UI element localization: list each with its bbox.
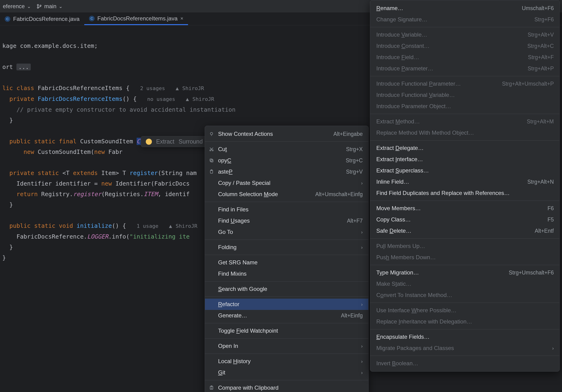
- menu-item: Introduce Field…Strg+Alt+F: [370, 52, 559, 63]
- usages-hint[interactable]: 1 usage: [137, 223, 158, 229]
- branch-dropdown[interactable]: main ⌄: [37, 3, 63, 10]
- menu-item[interactable]: CutStrg+X: [205, 144, 368, 155]
- menu-item[interactable]: Find Field Duplicates and Replace with R…: [370, 187, 559, 199]
- editor-tab[interactable]: CFabricDocsReference.java: [0, 13, 84, 25]
- menu-separator: [205, 323, 368, 323]
- context-menu: Show Context ActionsAlt+EingabeCutStrg+X…: [205, 126, 369, 392]
- menu-item[interactable]: Move Members…F6: [370, 203, 559, 214]
- author-hint[interactable]: ShiroJR: [176, 223, 198, 229]
- editor-tab[interactable]: CFabricDocsReferenceItems.java×: [84, 13, 188, 25]
- menu-item[interactable]: Inline Field…Strg+Alt+N: [370, 176, 559, 187]
- menu-item-label: Type Migration…: [376, 268, 505, 277]
- author-hint[interactable]: ShiroJR: [192, 96, 214, 102]
- menu-shortcut: Strg+Alt+M: [527, 117, 554, 126]
- menu-item[interactable]: Find Mixins: [205, 268, 368, 280]
- menu-item-label: Introduce Functional Variable…: [376, 91, 554, 99]
- menu-item-label: Cut: [218, 145, 343, 153]
- menu-item-label: Get SRG Name: [218, 258, 363, 267]
- menu-item[interactable]: Encapsulate Fields…: [370, 331, 559, 343]
- chevron-right-icon: ›: [361, 357, 363, 366]
- menu-item: Extract Method…Strg+Alt+M: [370, 116, 559, 127]
- menu-item[interactable]: Type Migration…Strg+Umschalt+F6: [370, 267, 559, 278]
- chevron-right-icon: ›: [361, 243, 363, 251]
- usages-hint[interactable]: 2 usages: [140, 85, 165, 91]
- menu-item-label: Convert To Instance Method…: [376, 291, 554, 299]
- menu-item[interactable]: Extract Delegate…: [370, 142, 559, 154]
- menu-item[interactable]: Refactor›: [205, 299, 368, 310]
- menu-item[interactable]: Open In›: [205, 340, 368, 352]
- menu-item-label: Encapsulate Fields…: [376, 333, 554, 341]
- refactor-submenu: Rename…Umschalt+F6Change Signature…Strg+…: [370, 0, 560, 372]
- menu-item[interactable]: Toggle Field Watchpoint: [205, 325, 368, 336]
- close-icon[interactable]: ×: [180, 15, 183, 22]
- menu-item[interactable]: Show Context ActionsAlt+Eingabe: [205, 128, 368, 140]
- java-class-icon: C: [5, 16, 10, 22]
- menu-item-label: Change Signature…: [376, 15, 531, 24]
- menu-item: Replace Inheritance with Delegation…: [370, 316, 559, 327]
- menu-item[interactable]: Extract Superclass…: [370, 165, 559, 176]
- menu-item[interactable]: Find UsagesAlt+F7: [205, 215, 368, 226]
- menu-separator: [205, 202, 368, 202]
- menu-shortcut: Strg+Alt+F: [528, 53, 554, 61]
- menu-separator: [370, 76, 559, 76]
- menu-item-label: Introduce Parameter Object…: [376, 102, 554, 111]
- menu-item-label: Find Field Duplicates and Replace with R…: [376, 189, 554, 197]
- menu-separator: [370, 356, 559, 356]
- menu-item[interactable]: Go To›: [205, 226, 368, 238]
- menu-item[interactable]: Compare with Clipboard: [205, 382, 368, 392]
- author-icon: ▲: [169, 223, 172, 229]
- menu-item-label: Invert Boolean…: [376, 359, 554, 368]
- menu-item[interactable]: Generate…Alt+Einfg: [205, 310, 368, 321]
- chevron-right-icon: ›: [361, 300, 363, 308]
- menu-separator: [370, 27, 559, 27]
- menu-item[interactable]: Search with Google: [205, 283, 368, 295]
- menu-item[interactable]: Copy / Paste Special›: [205, 177, 368, 189]
- intention-hint-popup[interactable]: Extract Surround: [141, 136, 208, 147]
- svg-rect-7: [210, 159, 212, 161]
- menu-item[interactable]: astePStrg+V: [205, 166, 368, 177]
- hint-surround[interactable]: Surround: [179, 138, 203, 145]
- menu-item[interactable]: Local History›: [205, 356, 368, 367]
- menu-separator: [370, 114, 559, 114]
- menu-item: Change Signature…Strg+F6: [370, 14, 559, 25]
- menu-item: Replace Method With Method Object…: [370, 127, 559, 138]
- config-dropdown[interactable]: eference ⌄: [3, 3, 31, 10]
- menu-item[interactable]: Find in Files: [205, 204, 368, 215]
- bulb-icon: [146, 139, 152, 145]
- menu-shortcut: Strg+F6: [535, 15, 554, 24]
- menu-item[interactable]: Folding›: [205, 242, 368, 253]
- author-hint[interactable]: ShiroJR: [182, 85, 204, 91]
- menu-item[interactable]: Column Selection ModeAlt+Umschalt+Einfg: [205, 189, 368, 200]
- menu-item[interactable]: Get SRG Name: [205, 257, 368, 268]
- menu-separator: [205, 281, 368, 281]
- paste-icon: [208, 169, 215, 174]
- menu-item-label: Rename…: [376, 4, 519, 12]
- menu-shortcut: Alt+Eingabe: [333, 130, 363, 138]
- usages-hint[interactable]: no usages: [147, 96, 175, 102]
- menu-item[interactable]: Extract Interface…: [370, 154, 559, 165]
- menu-shortcut: Strg+Alt+Umschalt+P: [502, 79, 554, 88]
- menu-item: Push Members Down…: [370, 252, 559, 263]
- menu-separator: [370, 329, 559, 329]
- menu-item-label: Introduce Variable…: [376, 31, 525, 39]
- menu-shortcut: Strg+Alt+C: [527, 42, 554, 50]
- menu-shortcut: Strg+C: [346, 156, 363, 165]
- menu-item-label: Compare with Clipboard: [218, 383, 363, 392]
- menu-item: Introduce Parameter…Strg+Alt+P: [370, 63, 559, 74]
- menu-item-label: Git: [218, 368, 358, 377]
- menu-shortcut: Strg+Alt+V: [528, 31, 554, 39]
- menu-item-label: Migrate Packages and Classes: [376, 344, 549, 352]
- menu-item[interactable]: opyCStrg+C: [205, 155, 368, 166]
- branch-icon: [37, 4, 42, 9]
- menu-item: Convert To Instance Method…: [370, 290, 559, 301]
- menu-item: Migrate Packages and Classes›: [370, 343, 559, 354]
- svg-rect-6: [211, 160, 213, 162]
- hint-extract[interactable]: Extract: [156, 138, 175, 145]
- menu-shortcut: Alt+F7: [347, 216, 363, 225]
- fold-marker[interactable]: ...: [16, 64, 31, 70]
- menu-item[interactable]: Git›: [205, 367, 368, 378]
- menu-item[interactable]: Copy Class…F5: [370, 214, 559, 225]
- menu-item[interactable]: Rename…Umschalt+F6: [370, 3, 559, 14]
- menu-item[interactable]: Safe Delete…Alt+Entf: [370, 225, 559, 236]
- menu-item-label: Copy Class…: [376, 215, 544, 224]
